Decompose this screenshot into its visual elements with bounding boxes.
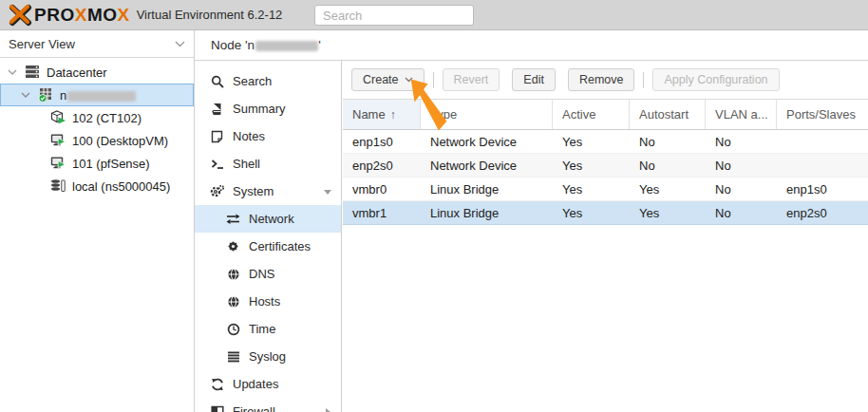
datacenter-icon xyxy=(25,65,41,80)
node-icon xyxy=(38,87,54,103)
nav-item-label: DNS xyxy=(249,267,274,281)
cell-type: Network Device xyxy=(421,159,553,173)
nav-item-search[interactable]: Search xyxy=(195,67,341,95)
cell-name: enp1s0 xyxy=(343,135,421,149)
nav-item-shell[interactable]: Shell xyxy=(195,150,341,178)
column-header-ports-slaves[interactable]: Ports/Slaves xyxy=(777,100,868,129)
nav-item-time[interactable]: Time xyxy=(195,315,341,343)
create-button[interactable]: Create xyxy=(351,68,425,91)
nav-item-label: Hosts xyxy=(249,294,280,309)
column-header-label: Type xyxy=(430,107,457,122)
revert-button[interactable]: Revert xyxy=(443,68,500,91)
tree-item-label: Datacenter xyxy=(47,66,107,80)
node-nav-panel: Search Summary Notes Shell System xyxy=(195,61,342,412)
column-header-label: VLAN a... xyxy=(715,107,768,122)
nav-item-certificates[interactable]: Certificates xyxy=(195,233,341,260)
globe-icon xyxy=(226,294,240,309)
refresh-icon xyxy=(210,377,224,391)
table-row-enp1s0[interactable]: enp1s0 Network Device Yes No No xyxy=(343,130,868,154)
cell-vlan: No xyxy=(706,135,777,149)
cell-type: Linux Bridge xyxy=(421,206,553,220)
cell-vlan: No xyxy=(706,206,777,220)
remove-button[interactable]: Remove xyxy=(568,68,635,91)
cell-active: Yes xyxy=(553,182,630,197)
tree-item-label: 100 (DesktopVM) xyxy=(72,134,168,148)
column-header-vlan[interactable]: VLAN a... xyxy=(706,100,777,129)
table-row-enp2s0[interactable]: enp2s0 Network Device Yes No No xyxy=(343,154,868,178)
nav-item-label: Certificates xyxy=(249,239,311,253)
revert-button-label: Revert xyxy=(454,73,489,86)
tree-item-label: 102 (CT102) xyxy=(72,111,142,125)
nav-item-syslog[interactable]: Syslog xyxy=(195,343,341,370)
tree-item-vm101[interactable]: 101 (pfSense) xyxy=(0,152,194,175)
column-header-active[interactable]: Active xyxy=(553,100,630,129)
edit-button[interactable]: Edit xyxy=(512,68,556,91)
cell-ports: enp1s0 xyxy=(777,182,868,197)
chevron-down-icon xyxy=(405,77,413,83)
cell-ports: enp2s0 xyxy=(777,206,868,220)
nav-item-summary[interactable]: Summary xyxy=(195,95,341,122)
search-icon xyxy=(210,74,224,88)
note-icon xyxy=(210,129,224,143)
tree-item-label: 101 (pfSense) xyxy=(72,157,150,171)
cell-active: Yes xyxy=(553,135,630,149)
column-header-type[interactable]: Type xyxy=(421,100,553,129)
column-header-autostart[interactable]: Autostart xyxy=(630,100,706,129)
caret-down-icon[interactable] xyxy=(8,66,21,79)
tree-item-datacenter[interactable]: Datacenter xyxy=(0,61,194,84)
network-arrows-icon xyxy=(226,212,240,226)
view-selector-label: Server View xyxy=(9,37,75,51)
shell-icon xyxy=(210,157,224,171)
cell-name: vmbr1 xyxy=(343,206,421,220)
tree-item-node[interactable]: n xyxy=(0,84,194,106)
vm-icon xyxy=(50,156,66,171)
proxmox-logo-icon xyxy=(8,4,32,27)
redacted-node-name xyxy=(255,41,318,51)
nav-item-label: Network xyxy=(249,212,294,226)
caret-down-icon[interactable] xyxy=(21,88,34,102)
network-toolbar: Create Revert Edit Remove Apply Configur… xyxy=(343,61,868,99)
table-row-vmbr1[interactable]: vmbr1 Linux Bridge Yes Yes No enp2s0 xyxy=(343,201,868,225)
certificate-seal-icon xyxy=(226,239,240,253)
nav-item-updates[interactable]: Updates xyxy=(195,370,341,398)
cell-active: Yes xyxy=(553,159,630,173)
nav-item-notes[interactable]: Notes xyxy=(195,122,341,150)
syslog-list-icon xyxy=(226,349,240,364)
column-header-label: Name xyxy=(352,107,386,122)
remove-button-label: Remove xyxy=(579,73,624,86)
create-button-label: Create xyxy=(363,73,399,86)
nav-item-label: Summary xyxy=(233,102,286,116)
cell-type: Linux Bridge xyxy=(421,182,553,197)
nav-item-network[interactable]: Network xyxy=(195,205,341,233)
view-selector-dropdown[interactable]: Server View xyxy=(0,30,194,58)
cell-autostart: No xyxy=(630,159,706,173)
nav-item-label: System xyxy=(233,184,274,198)
column-header-name[interactable]: Name ↑ xyxy=(343,100,421,129)
expand-caret-icon[interactable] xyxy=(323,407,332,412)
nav-item-label: Search xyxy=(233,74,272,88)
cell-vlan: No xyxy=(706,159,777,173)
content-titlebar: Node 'n' xyxy=(195,30,868,61)
nav-item-firewall[interactable]: Firewall xyxy=(195,398,341,412)
nav-item-dns[interactable]: DNS xyxy=(195,260,341,288)
tree-item-storage-local[interactable]: local (ns5000045) xyxy=(0,175,194,197)
nav-item-hosts[interactable]: Hosts xyxy=(195,288,341,315)
firewall-icon xyxy=(210,404,224,412)
cell-type: Network Device xyxy=(421,135,553,149)
apply-configuration-button[interactable]: Apply Configuration xyxy=(652,68,779,91)
app-header: PROXMOX Virtual Environment 6.2-12 xyxy=(0,0,868,30)
gears-icon xyxy=(210,184,224,198)
global-search-input[interactable] xyxy=(314,5,474,26)
cell-active: Yes xyxy=(553,206,630,220)
container-icon xyxy=(50,110,66,125)
page-title: Node 'n' xyxy=(211,38,321,52)
apply-configuration-label: Apply Configuration xyxy=(664,73,767,86)
nav-item-system[interactable]: System xyxy=(195,178,341,205)
tree-item-ct102[interactable]: 102 (CT102) xyxy=(0,106,194,129)
clock-icon xyxy=(226,322,240,336)
tree-item-vm100[interactable]: 100 (DesktopVM) xyxy=(0,129,194,152)
collapse-caret-icon[interactable] xyxy=(323,187,332,197)
cell-autostart: No xyxy=(630,135,706,149)
nav-item-label: Firewall xyxy=(233,404,275,412)
table-row-vmbr0[interactable]: vmbr0 Linux Bridge Yes Yes No enp1s0 xyxy=(343,178,868,201)
